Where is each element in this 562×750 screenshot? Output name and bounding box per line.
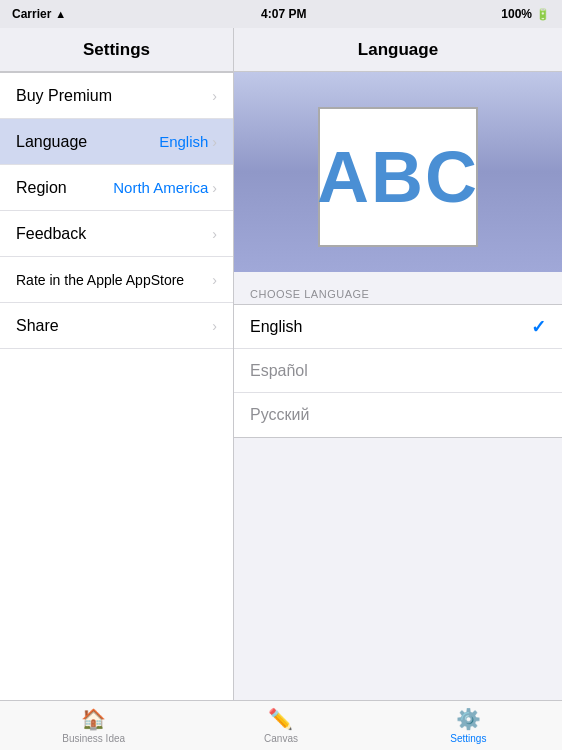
- content-row: Buy Premium › Language English › Region: [0, 72, 562, 700]
- language-header: Language: [234, 28, 562, 71]
- chevron-icon: ›: [212, 88, 217, 104]
- status-bar: Carrier ▲ 4:07 PM 100% 🔋: [0, 0, 562, 28]
- sidebar-item-value: North America: [113, 179, 208, 196]
- sidebar-item-right: ›: [212, 318, 217, 334]
- sidebar-item-share[interactable]: Share ›: [0, 303, 233, 349]
- sidebar-item-right: North America ›: [113, 179, 217, 196]
- sidebar-item-language[interactable]: Language English ›: [0, 119, 233, 165]
- abc-banner: ABC: [234, 72, 562, 272]
- battery-label: 100%: [501, 7, 532, 21]
- status-left: Carrier ▲: [12, 7, 66, 21]
- sidebar-item-right: ›: [212, 272, 217, 288]
- sidebar-item-label: Language: [16, 133, 87, 151]
- tab-canvas[interactable]: ✏️ Canvas: [187, 707, 374, 744]
- language-section: CHOOSE LANGUAGE English ✓ Español Русски…: [234, 272, 562, 700]
- app-container: Settings Language Buy Premium › Language…: [0, 28, 562, 750]
- home-icon: 🏠: [81, 707, 106, 731]
- sidebar-item-right: ›: [212, 88, 217, 104]
- status-time: 4:07 PM: [261, 7, 306, 21]
- settings-list: Buy Premium › Language English › Region: [0, 72, 233, 700]
- battery-icon: 🔋: [536, 8, 550, 21]
- sidebar-item-label: Buy Premium: [16, 87, 112, 105]
- pencil-icon: ✏️: [268, 707, 293, 731]
- sidebar-item-feedback[interactable]: Feedback ›: [0, 211, 233, 257]
- status-right: 100% 🔋: [501, 7, 550, 21]
- tab-settings[interactable]: ⚙️ Settings: [375, 707, 562, 744]
- chevron-icon: ›: [212, 272, 217, 288]
- wifi-icon: ▲: [55, 8, 66, 20]
- right-panel: ABC CHOOSE LANGUAGE English ✓ Español Ру…: [234, 72, 562, 700]
- language-item-english[interactable]: English ✓: [234, 305, 562, 349]
- sidebar: Buy Premium › Language English › Region: [0, 72, 234, 700]
- chevron-icon: ›: [212, 226, 217, 242]
- sidebar-item-value: English: [159, 133, 208, 150]
- language-item-espanol[interactable]: Español: [234, 349, 562, 393]
- tab-label: Settings: [450, 733, 486, 744]
- abc-box: ABC: [318, 107, 478, 247]
- sidebar-item-label: Feedback: [16, 225, 86, 243]
- language-section-label: CHOOSE LANGUAGE: [234, 280, 562, 304]
- sidebar-item-label: Region: [16, 179, 67, 197]
- carrier-label: Carrier: [12, 7, 51, 21]
- sidebar-item-right: English ›: [159, 133, 217, 150]
- gear-icon: ⚙️: [456, 707, 481, 731]
- header-row: Settings Language: [0, 28, 562, 72]
- chevron-icon: ›: [212, 180, 217, 196]
- abc-text: ABC: [317, 136, 479, 218]
- checkmark-icon: ✓: [531, 316, 546, 338]
- language-item-russian[interactable]: Русский: [234, 393, 562, 437]
- sidebar-item-buy-premium[interactable]: Buy Premium ›: [0, 73, 233, 119]
- language-list: English ✓ Español Русский: [234, 304, 562, 438]
- tab-label: Canvas: [264, 733, 298, 744]
- sidebar-item-region[interactable]: Region North America ›: [0, 165, 233, 211]
- language-item-label: Русский: [250, 406, 309, 424]
- settings-header: Settings: [0, 28, 234, 71]
- tab-bar: 🏠 Business Idea ✏️ Canvas ⚙️ Settings: [0, 700, 562, 750]
- language-item-label: English: [250, 318, 302, 336]
- sidebar-item-label: Share: [16, 317, 59, 335]
- tab-business-idea[interactable]: 🏠 Business Idea: [0, 707, 187, 744]
- sidebar-item-rate[interactable]: Rate in the Apple AppStore ›: [0, 257, 233, 303]
- sidebar-item-right: ›: [212, 226, 217, 242]
- tab-label: Business Idea: [62, 733, 125, 744]
- chevron-icon: ›: [212, 134, 217, 150]
- language-item-label: Español: [250, 362, 308, 380]
- chevron-icon: ›: [212, 318, 217, 334]
- sidebar-item-label: Rate in the Apple AppStore: [16, 272, 184, 288]
